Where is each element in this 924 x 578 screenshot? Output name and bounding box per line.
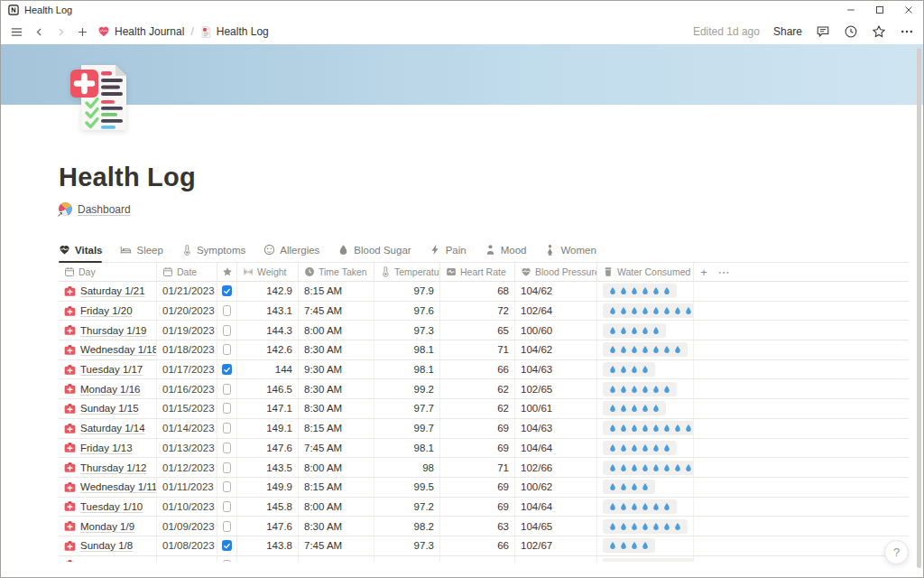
blood-pressure-cell[interactable]: 104/65 — [515, 517, 597, 536]
weight-cell[interactable]: 143.5 — [237, 458, 299, 477]
temperature-cell[interactable]: 98.1 — [374, 340, 440, 359]
day-page-link[interactable]: Saturday 1/21 — [80, 285, 145, 296]
row-checkbox[interactable] — [222, 285, 232, 296]
temperature-cell[interactable]: 97.6 — [374, 302, 440, 321]
date-cell[interactable]: 01/21/2023 — [157, 282, 217, 301]
column-header-heart_rate[interactable]: Heart Rate — [440, 263, 515, 281]
new-page-button[interactable] — [77, 26, 88, 38]
column-header-temperature[interactable]: Temperature — [374, 263, 440, 281]
day-cell[interactable]: Tuesday 1/10 — [59, 498, 157, 517]
day-cell[interactable]: Sunday 1/8 — [59, 536, 157, 555]
temperature-cell[interactable]: 98.1 — [374, 360, 440, 379]
heart-rate-cell[interactable]: 62 — [440, 379, 515, 398]
date-cell[interactable]: 01/12/2023 — [157, 458, 217, 477]
water-consumed-cell[interactable] — [597, 340, 694, 359]
row-checkbox[interactable] — [223, 384, 231, 395]
minimize-button[interactable] — [836, 1, 865, 19]
blood-pressure-cell[interactable]: 104/64 — [515, 439, 597, 458]
dashboard-link[interactable]: Dashboard — [59, 202, 131, 216]
heart-rate-cell[interactable]: 68 — [440, 556, 515, 562]
blood-pressure-cell[interactable]: 102/64 — [515, 302, 597, 321]
weight-cell[interactable]: 147.6 — [237, 439, 299, 458]
date-cell[interactable]: 01/18/2023 — [157, 340, 217, 359]
row-checkbox[interactable] — [223, 462, 231, 473]
heart-rate-cell[interactable]: 71 — [440, 340, 515, 359]
back-button[interactable] — [33, 26, 45, 38]
heart-rate-cell[interactable]: 69 — [440, 439, 515, 458]
row-checkbox[interactable] — [223, 423, 231, 434]
water-consumed-cell[interactable] — [597, 458, 694, 477]
day-cell[interactable]: Tuesday 1/17 — [59, 360, 157, 379]
day-cell[interactable]: Saturday 1/21 — [59, 282, 157, 301]
favorite-button[interactable] — [872, 24, 886, 39]
date-cell[interactable]: 01/09/2023 — [157, 517, 217, 536]
row-checkbox[interactable] — [223, 521, 231, 532]
time-taken-cell[interactable]: 8:30 AM — [299, 379, 374, 398]
heart-rate-cell[interactable]: 69 — [440, 478, 515, 497]
day-cell[interactable]: Saturday 1/14 — [59, 419, 157, 438]
time-taken-cell[interactable]: 7:45 AM — [299, 439, 374, 458]
blood-pressure-cell[interactable]: 102/66 — [515, 458, 597, 477]
weight-cell[interactable]: 149.1 — [237, 419, 299, 438]
temperature-cell[interactable]: 98.3 — [374, 556, 440, 562]
water-consumed-cell[interactable] — [597, 282, 694, 301]
day-page-link[interactable]: Thursday 1/12 — [80, 462, 147, 473]
water-consumed-cell[interactable] — [597, 439, 694, 458]
sidebar-menu-button[interactable] — [10, 25, 23, 39]
row-checkbox[interactable] — [222, 364, 232, 375]
water-consumed-cell[interactable] — [597, 302, 694, 321]
time-taken-cell[interactable]: 8:00 AM — [299, 498, 374, 517]
weight-cell[interactable]: 143.8 — [237, 536, 299, 555]
row-checkbox[interactable] — [223, 501, 231, 512]
help-button[interactable]: ? — [884, 540, 909, 564]
row-checkbox[interactable] — [223, 325, 231, 336]
day-page-link[interactable]: Tuesday 1/10 — [80, 501, 143, 512]
blood-pressure-cell[interactable]: 104/64 — [515, 498, 597, 517]
column-header-water[interactable]: Water Consumed — [597, 263, 694, 281]
water-consumed-cell[interactable] — [597, 360, 694, 379]
weight-cell[interactable]: 143.1 — [237, 302, 299, 321]
day-cell[interactable]: Monday 1/9 — [59, 517, 157, 536]
date-cell[interactable]: 01/16/2023 — [157, 379, 217, 398]
breadcrumb-health-log[interactable]: Health Log — [200, 25, 269, 38]
water-consumed-cell[interactable] — [597, 536, 694, 555]
temperature-cell[interactable]: 97.7 — [374, 399, 440, 418]
blood-pressure-cell[interactable]: 102/67 — [515, 536, 597, 555]
share-button[interactable]: Share — [773, 25, 802, 38]
tab-pain[interactable]: Pain — [430, 244, 467, 262]
time-taken-cell[interactable]: 8:30 AM — [299, 340, 374, 359]
day-page-link[interactable]: Wednesday 1/11 — [80, 481, 157, 492]
time-taken-cell[interactable]: 9:30 AM — [299, 360, 374, 379]
date-cell[interactable]: 01/15/2023 — [157, 399, 217, 418]
tab-blood-sugar[interactable]: Blood Sugar — [337, 244, 411, 262]
date-cell[interactable]: 01/07/2023 — [157, 556, 217, 562]
row-checkbox[interactable] — [223, 560, 231, 562]
row-checkbox[interactable] — [223, 403, 231, 414]
row-checkbox[interactable] — [223, 443, 231, 453]
weight-cell[interactable]: 142.6 — [237, 340, 299, 359]
blood-pressure-cell[interactable]: 104/62 — [515, 340, 597, 359]
day-cell[interactable]: Thursday 1/19 — [59, 321, 157, 340]
tab-mood[interactable]: Mood — [485, 244, 527, 262]
day-cell[interactable]: Monday 1/16 — [59, 379, 157, 398]
date-cell[interactable]: 01/19/2023 — [157, 321, 217, 340]
time-taken-cell[interactable]: 8:00 AM — [299, 458, 374, 477]
add-column-button[interactable]: + — [694, 263, 714, 281]
heart-rate-cell[interactable]: 69 — [440, 498, 515, 517]
temperature-cell[interactable]: 98 — [374, 458, 440, 477]
time-taken-cell[interactable]: 8:15 AM — [299, 556, 374, 562]
heart-rate-cell[interactable]: 68 — [440, 282, 515, 301]
time-taken-cell[interactable]: 8:30 AM — [299, 517, 374, 536]
time-taken-cell[interactable]: 8:15 AM — [299, 282, 374, 301]
heart-rate-cell[interactable]: 69 — [440, 419, 515, 438]
temperature-cell[interactable]: 97.9 — [374, 282, 440, 301]
weight-cell[interactable]: 142.9 — [237, 282, 299, 301]
day-page-link[interactable]: Saturday 1/7 — [80, 560, 139, 562]
column-header-blood_pressure[interactable]: Blood Pressure — [515, 263, 597, 281]
temperature-cell[interactable]: 97.3 — [374, 321, 440, 340]
day-cell[interactable]: Friday 1/13 — [59, 439, 157, 458]
heart-rate-cell[interactable]: 65 — [440, 321, 515, 340]
water-consumed-cell[interactable] — [597, 399, 694, 418]
row-checkbox[interactable] — [223, 305, 231, 316]
weight-cell[interactable]: 144 — [237, 360, 299, 379]
